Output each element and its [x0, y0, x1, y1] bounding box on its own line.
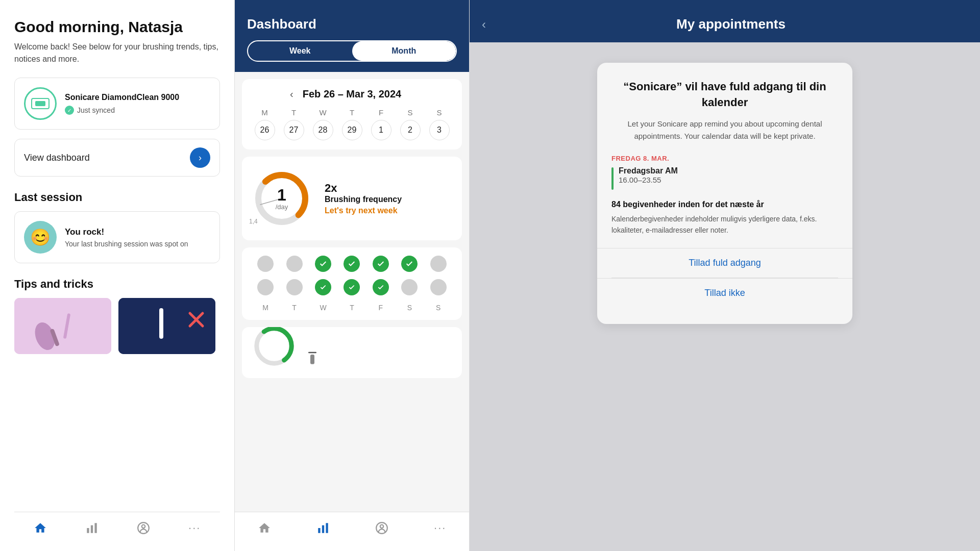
- svg-rect-11: [94, 523, 96, 533]
- cal-day-mon: M 26: [255, 108, 275, 140]
- last-session-card: 😊 You rock! Your last brushing session w…: [14, 211, 220, 263]
- freq-info: 2x Brushing frequency Let's try next wee…: [325, 182, 453, 215]
- cal-day-sun: S 3: [429, 108, 450, 140]
- cal-day-tue: T 27: [284, 108, 304, 140]
- tips-title: Tips and tricks: [14, 278, 220, 291]
- dot-wed-top: [315, 256, 331, 272]
- bottom-nav-dashboard: ···: [235, 512, 469, 551]
- device-info: Sonicare DiamondClean 9000 ✓ Just synced: [65, 92, 210, 115]
- dashboard-arrow-icon: ›: [190, 147, 210, 168]
- date-range: Feb 26 – Mar 3, 2024: [303, 88, 401, 100]
- greeting-title: Good morning, Natasja: [14, 18, 220, 36]
- session-subtitle: Your last brushing session was spot on: [65, 240, 188, 248]
- ring-chart: 1 /day 1,4: [251, 168, 312, 229]
- extra-events-title: 84 begivenheder inden for det næste år: [611, 200, 838, 209]
- dot-sat-top: [401, 256, 418, 272]
- view-dashboard-button[interactable]: View dashboard ›: [14, 139, 220, 177]
- deny-access-button[interactable]: Tillad ikke: [611, 279, 838, 308]
- nav-stats[interactable]: [80, 519, 104, 537]
- ring-number: 1: [276, 187, 288, 203]
- appointments-header: ‹ My appointments: [470, 0, 980, 42]
- greeting-subtitle: Welcome back! See below for your brushin…: [14, 41, 220, 65]
- tip-card-1[interactable]: [14, 298, 111, 354]
- tab-switch: Week Month: [247, 40, 457, 62]
- dashboard-title: Dashboard: [247, 16, 457, 32]
- event-item: Fredagsbar AM 16.00–23.55: [611, 166, 838, 190]
- back-button[interactable]: ‹: [482, 17, 486, 32]
- dots-bottom-row: [251, 279, 453, 295]
- dot-tue-bot: [286, 279, 303, 295]
- svg-rect-20: [310, 355, 314, 364]
- panel-dashboard: Dashboard Week Month ‹ Feb 26 – Mar 3, 2…: [235, 0, 470, 551]
- svg-rect-9: [87, 528, 89, 533]
- dot-sun-bot: [430, 279, 447, 295]
- dot-thu-bot: [344, 279, 360, 295]
- nav2-stats[interactable]: [311, 519, 335, 537]
- nav-more[interactable]: ···: [183, 519, 206, 537]
- tab-month-button[interactable]: Month: [352, 41, 456, 61]
- event-date: FREDAG 8. MAR.: [611, 155, 838, 162]
- nav2-home[interactable]: [253, 519, 276, 537]
- svg-rect-23: [326, 523, 328, 533]
- partial-ring-card: [242, 327, 462, 378]
- modal-description: Let your Sonicare app remind you about u…: [611, 118, 838, 142]
- event-color-bar: [611, 167, 614, 190]
- freq-label: Brushing frequency: [325, 195, 453, 204]
- nav-profile[interactable]: [132, 519, 155, 537]
- dot-labels: M T W T F S S: [251, 304, 453, 312]
- appointments-title: My appointments: [494, 16, 968, 32]
- svg-point-25: [380, 525, 384, 529]
- cal-day-thu: T 29: [342, 108, 362, 140]
- dot-tue-top: [286, 256, 303, 272]
- dot-wed-bot: [315, 279, 331, 295]
- svg-rect-21: [318, 528, 320, 533]
- cal-day-fri: F 1: [371, 108, 391, 140]
- extra-events-block: 84 begivenheder inden for det næste år K…: [611, 200, 838, 236]
- svg-rect-5: [159, 308, 163, 339]
- event-block: FREDAG 8. MAR. Fredagsbar AM 16.00–23.55: [611, 155, 838, 190]
- brushing-frequency-card: 1 /day 1,4 2x Brushing frequency Let's t…: [242, 157, 462, 240]
- session-info: You rock! Your last brushing session was…: [65, 227, 188, 248]
- svg-point-13: [142, 525, 145, 529]
- calendar-days: M 26 T 27 W 28 T 29 F 1 S 2: [250, 108, 454, 140]
- dot-sat-bot: [401, 279, 418, 295]
- nav2-more[interactable]: ···: [429, 519, 451, 537]
- panel-home: Good morning, Natasja Welcome back! See …: [0, 0, 235, 551]
- dot-sun-top: [430, 256, 447, 272]
- device-sync: ✓ Just synced: [65, 106, 210, 115]
- svg-rect-10: [91, 525, 93, 533]
- tip-card-2[interactable]: [118, 298, 215, 354]
- allow-full-access-button[interactable]: Tillad fuld adgang: [611, 248, 838, 278]
- view-dashboard-label: View dashboard: [24, 153, 90, 163]
- svg-rect-19: [308, 352, 316, 354]
- svg-rect-22: [322, 525, 324, 533]
- tab-week-button[interactable]: Week: [248, 41, 352, 61]
- svg-rect-0: [14, 298, 111, 354]
- event-details: Fredagsbar AM 16.00–23.55: [619, 166, 678, 184]
- sync-label: Just synced: [77, 106, 115, 114]
- cal-day-wed: W 28: [313, 108, 333, 140]
- device-icon-wrap: [24, 87, 57, 120]
- bottom-nav-home: ···: [14, 512, 220, 551]
- dot-thu-top: [344, 256, 360, 272]
- dots-top: [251, 256, 453, 272]
- dot-mon-top: [257, 256, 274, 272]
- calendar-card: ‹ Feb 26 – Mar 3, 2024 › M 26 T 27 W 28 …: [242, 79, 462, 149]
- sync-icon: ✓: [65, 106, 74, 115]
- cal-prev-arrow[interactable]: ‹: [290, 88, 293, 100]
- device-name: Sonicare DiamondClean 9000: [65, 92, 210, 103]
- appointments-body: “Sonicare” vil have fuld adgang til din …: [470, 42, 980, 551]
- smiley-icon: 😊: [24, 221, 57, 254]
- calendar-nav: ‹ Feb 26 – Mar 3, 2024 ›: [250, 88, 454, 100]
- last-session-title: Last session: [14, 191, 220, 204]
- nav-home[interactable]: [29, 519, 52, 537]
- battery-fill: [35, 101, 45, 106]
- day-dots-row: M T W T F S S: [242, 247, 462, 320]
- ring-label: 1 /day: [276, 187, 288, 211]
- partial-icon: [304, 350, 321, 369]
- nav2-profile[interactable]: [370, 519, 394, 537]
- modal-title: “Sonicare” vil have fuld adgang til din …: [611, 79, 838, 111]
- device-card[interactable]: Sonicare DiamondClean 9000 ✓ Just synced: [14, 78, 220, 130]
- freq-count: 2x: [325, 182, 453, 195]
- session-title: You rock!: [65, 227, 188, 237]
